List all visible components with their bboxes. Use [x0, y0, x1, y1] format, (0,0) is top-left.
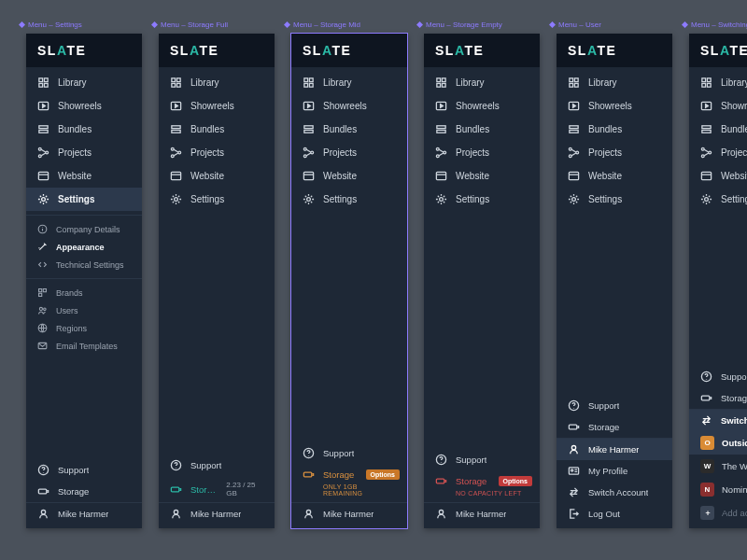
footer-support[interactable]: Support — [291, 442, 407, 464]
user-menu-log-out[interactable]: Log Out — [557, 503, 672, 525]
add-account[interactable]: ＋Add account — [689, 501, 747, 525]
nav-library[interactable]: Library — [26, 71, 142, 94]
sub-users[interactable]: Users — [26, 301, 142, 319]
nav-projects[interactable]: Projects — [689, 141, 747, 164]
help-icon — [435, 454, 447, 466]
gear-icon — [700, 193, 712, 205]
nav-showreels[interactable]: Showreels — [557, 94, 672, 118]
swap-icon — [700, 414, 712, 427]
nav-website[interactable]: Website — [159, 164, 275, 188]
nav-projects[interactable]: Projects — [424, 141, 540, 164]
frame-label: Menu – Switching — [682, 21, 747, 29]
nav-bundles[interactable]: Bundles — [689, 118, 747, 141]
switch-account-header[interactable]: Switch Account — [689, 410, 747, 431]
frame-storage-full: Menu – Storage Full SLATE Library Showre… — [159, 34, 275, 528]
frame-label: Menu – Storage Full — [151, 21, 228, 29]
nav-projects[interactable]: Projects — [557, 141, 672, 164]
nav-showreels[interactable]: Showreels — [159, 94, 275, 118]
grid-icon — [568, 77, 580, 89]
footer-storage[interactable]: StorageOptions — [291, 464, 407, 485]
nav-bundles[interactable]: Bundles — [291, 118, 407, 141]
footer-support[interactable]: Support — [689, 366, 747, 387]
nav-website[interactable]: Website — [557, 164, 672, 188]
frame-label: Menu – Storage Empty — [416, 21, 502, 29]
footer-user[interactable]: Mike Harmer — [557, 439, 672, 460]
sidebar-storage-empty: SLATE Library Showreels Bundles Projects… — [424, 34, 540, 528]
account-outsider[interactable]: OOutsider — [689, 431, 747, 455]
battery-icon — [435, 475, 447, 487]
battery-icon — [170, 483, 182, 496]
footer-user[interactable]: Mike Harmer — [26, 503, 142, 525]
nav-bundles[interactable]: Bundles — [557, 118, 672, 141]
frame-switching: Menu – Switching SLATE Library Showreels… — [689, 34, 747, 528]
footer-support[interactable]: Support — [159, 455, 275, 476]
sub-regions[interactable]: Regions — [26, 319, 142, 337]
nav-showreels[interactable]: Showreels — [26, 94, 142, 118]
nav-library[interactable]: Library — [424, 71, 540, 94]
footer-storage[interactable]: StorageOptions — [424, 470, 540, 492]
footer-user[interactable]: Mike Harmer — [424, 503, 540, 525]
globe-icon — [37, 323, 48, 333]
grid-icon — [700, 77, 712, 89]
storage-options-chip[interactable]: Options — [499, 476, 532, 486]
nav-bundles[interactable]: Bundles — [26, 118, 142, 141]
footer-storage[interactable]: Storage — [26, 481, 142, 502]
grid-icon — [170, 77, 182, 89]
frame-label: Menu – User — [549, 21, 601, 29]
frame-label: Menu – Storage Mid — [284, 21, 360, 29]
window-icon — [37, 170, 49, 182]
user-menu-switch-account[interactable]: Switch Account — [557, 482, 672, 503]
nav-bundles[interactable]: Bundles — [424, 118, 540, 141]
nav-projects[interactable]: Projects — [26, 141, 142, 164]
footer-user[interactable]: Mike Harmer — [159, 503, 275, 525]
window-icon — [303, 170, 315, 182]
footer-support[interactable]: Support — [26, 459, 142, 481]
user-menu-my-profile[interactable]: My Profile — [557, 460, 672, 482]
nav-library[interactable]: Library — [689, 71, 747, 94]
nav-library[interactable]: Library — [159, 71, 275, 94]
play-rect-icon — [700, 100, 712, 112]
nav-website[interactable]: Website — [689, 164, 747, 188]
window-icon — [170, 170, 182, 182]
footer-user[interactable]: Mike Harmer — [291, 503, 407, 525]
nav-website[interactable]: Website — [424, 164, 540, 188]
account-nomint[interactable]: NNomint — [689, 478, 747, 501]
footer-storage[interactable]: Storage2.23 / 25 GB — [159, 476, 275, 502]
nav-showreels[interactable]: Showreels — [689, 94, 747, 118]
footer-support[interactable]: Support — [424, 449, 540, 470]
nav-settings[interactable]: Settings — [557, 188, 672, 211]
help-icon — [37, 464, 49, 476]
nav-main: Library Showreels Bundles Projects Websi… — [689, 67, 747, 215]
nav-library[interactable]: Library — [557, 71, 672, 94]
sub-appearance[interactable]: Appearance — [26, 238, 142, 256]
nodes-icon — [568, 147, 580, 159]
nav-settings[interactable]: Settings — [291, 188, 407, 211]
sub-brands[interactable]: Brands — [26, 284, 142, 301]
sub-technical-settings[interactable]: Technical Settings — [26, 256, 142, 273]
user-icon — [303, 508, 315, 520]
nav-settings[interactable]: Settings — [424, 188, 540, 211]
battery-icon — [303, 469, 315, 481]
nav-settings[interactable]: Settings — [689, 188, 747, 211]
nav-library[interactable]: Library — [291, 71, 407, 94]
footer-support[interactable]: Support — [557, 395, 672, 416]
nav-website[interactable]: Website — [291, 164, 407, 188]
storage-options-chip[interactable]: Options — [366, 469, 400, 480]
footer-storage[interactable]: Storage — [557, 416, 672, 438]
nav-projects[interactable]: Projects — [291, 141, 407, 164]
nav-main: Library Showreels Bundles Projects Websi… — [159, 67, 275, 215]
stack-icon — [37, 123, 49, 135]
nav-showreels[interactable]: Showreels — [424, 94, 540, 118]
account-workshop[interactable]: WThe Workshop — [689, 455, 747, 478]
avatar: N — [700, 483, 714, 497]
footer-storage[interactable]: Storage — [689, 387, 747, 409]
nav-bundles[interactable]: Bundles — [159, 118, 275, 141]
nav-settings[interactable]: Settings — [159, 188, 275, 211]
nav-settings[interactable]: Settings — [26, 188, 142, 211]
sub-email-templates[interactable]: Email Templates — [26, 337, 142, 355]
nav-projects[interactable]: Projects — [159, 141, 275, 164]
sidebar-switching: SLATE Library Showreels Bundles Projects… — [689, 34, 747, 528]
nav-showreels[interactable]: Showreels — [291, 94, 407, 118]
sub-company-details[interactable]: Company Details — [26, 220, 142, 238]
nav-website[interactable]: Website — [26, 164, 142, 188]
